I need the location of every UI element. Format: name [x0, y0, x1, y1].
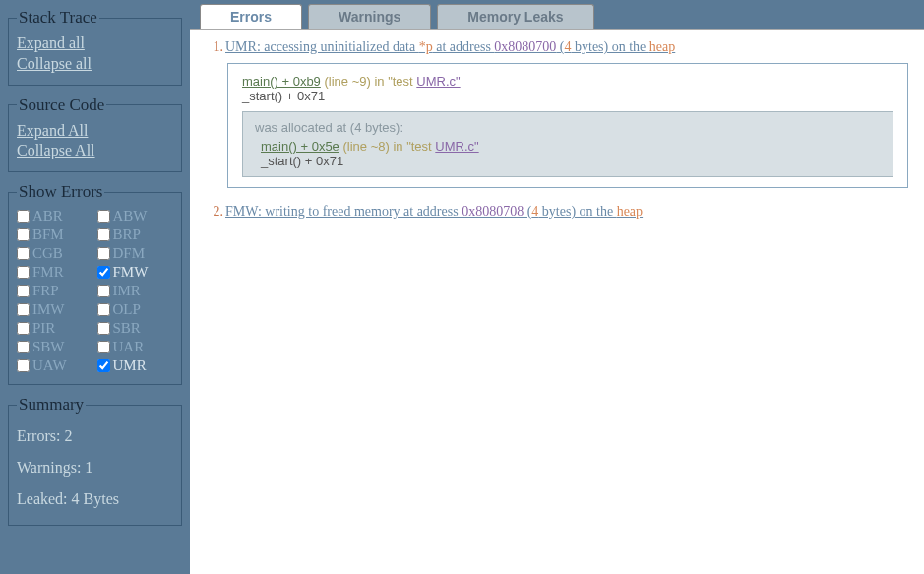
error-filter-sbw: SBW	[17, 339, 93, 355]
heap-label: heap	[617, 204, 643, 219]
error-filter-abw: ABW	[97, 208, 174, 224]
error-number: 2.	[206, 204, 223, 220]
error-filter-umr: UMR	[97, 357, 174, 374]
checkbox-brp[interactable]	[97, 228, 110, 241]
error-filter-fmw: FMW	[97, 264, 174, 281]
source-code-legend: Source Code	[17, 96, 106, 115]
error-entry-2: 2.FMW: writing to freed memory at addres…	[206, 204, 908, 220]
label-frp[interactable]: FRP	[32, 283, 59, 299]
label-abw[interactable]: ABW	[113, 208, 148, 224]
error-filter-imw: IMW	[17, 301, 93, 318]
summary-errors: Errors: 2	[17, 420, 173, 452]
allocation-heading: was allocated at (4 bytes):	[255, 120, 881, 135]
checkbox-fmw[interactable]	[97, 266, 110, 279]
source-file-link[interactable]: UMR.c"	[435, 139, 478, 154]
error-filter-cgb: CGB	[17, 245, 93, 262]
label-cgb[interactable]: CGB	[32, 245, 63, 262]
stack-trace-legend: Stack Trace	[17, 8, 99, 28]
checkbox-fmr[interactable]	[17, 266, 30, 279]
label-uar[interactable]: UAR	[113, 339, 145, 355]
allocation-box: was allocated at (4 bytes):main() + 0x5e…	[242, 111, 893, 177]
main: Errors Warnings Memory Leaks 1.UMR: acce…	[190, 0, 924, 574]
source-code-panel: Source Code Expand All Collapse All	[8, 96, 182, 173]
checkbox-imw[interactable]	[17, 303, 30, 316]
show-errors-legend: Show Errors	[17, 182, 104, 202]
error-filter-frp: FRP	[17, 283, 93, 299]
checkbox-sbw[interactable]	[17, 341, 30, 353]
error-filter-dfm: DFM	[97, 245, 174, 262]
stack-frame: _start() + 0x71	[261, 154, 881, 168]
collapse-all-source[interactable]: Collapse All	[17, 141, 173, 161]
error-filter-brp: BRP	[97, 226, 174, 243]
stack-trace-box: main() + 0xb9 (line ~9) in "test UMR.c"_…	[227, 63, 908, 188]
expand-all-source[interactable]: Expand All	[17, 121, 173, 142]
checkbox-umr[interactable]	[97, 359, 110, 372]
collapse-all-stack[interactable]: Collapse all	[17, 54, 173, 75]
checkbox-sbr[interactable]	[97, 322, 110, 335]
error-filter-imr: IMR	[97, 283, 174, 299]
checkbox-cgb[interactable]	[17, 247, 30, 260]
ptr: *p	[419, 39, 433, 54]
checkbox-abr[interactable]	[17, 210, 30, 223]
error-heading-2[interactable]: FMW: writing to freed memory at address …	[225, 204, 643, 219]
label-pir[interactable]: PIR	[32, 320, 55, 337]
label-abr[interactable]: ABR	[32, 208, 63, 224]
byte-count: 4	[565, 39, 572, 54]
summary-warnings: Warnings: 1	[17, 452, 173, 483]
byte-count: 4	[531, 204, 538, 219]
label-imw[interactable]: IMW	[32, 301, 65, 318]
label-imr[interactable]: IMR	[113, 283, 141, 299]
address: 0x8080700	[494, 39, 556, 54]
checkbox-dfm[interactable]	[97, 247, 110, 260]
error-entry-1: 1.UMR: accessing uninitialized data *p a…	[206, 39, 908, 188]
summary-leaked: Leaked: 4 Bytes	[17, 483, 173, 515]
label-bfm[interactable]: BFM	[32, 226, 64, 243]
label-brp[interactable]: BRP	[113, 226, 141, 243]
summary-panel: Summary Errors: 2 Warnings: 1 Leaked: 4 …	[8, 395, 182, 526]
tab-errors[interactable]: Errors	[200, 4, 302, 29]
checkbox-abw[interactable]	[97, 210, 110, 223]
error-filter-fmr: FMR	[17, 264, 93, 281]
error-filter-pir: PIR	[17, 320, 93, 337]
checkbox-uar[interactable]	[97, 341, 110, 353]
error-filter-uar: UAR	[97, 339, 174, 355]
checkbox-olp[interactable]	[97, 303, 110, 316]
error-filter-uaw: UAW	[17, 357, 93, 374]
frame-meta: (line ~8) in "test	[339, 139, 435, 154]
address: 0x8080708	[462, 204, 524, 219]
error-filter-sbr: SBR	[97, 320, 174, 337]
stack-trace-panel: Stack Trace Expand all Collapse all	[8, 8, 182, 86]
label-olp[interactable]: OLP	[113, 301, 141, 318]
label-umr[interactable]: UMR	[113, 357, 147, 374]
heap-label: heap	[649, 39, 675, 54]
checkbox-pir[interactable]	[17, 322, 30, 335]
label-fmr[interactable]: FMR	[32, 264, 64, 281]
error-filter-olp: OLP	[97, 301, 174, 318]
checkbox-uaw[interactable]	[17, 359, 30, 372]
label-fmw[interactable]: FMW	[113, 264, 149, 281]
sidebar: Stack Trace Expand all Collapse all Sour…	[0, 0, 190, 574]
label-sbr[interactable]: SBR	[113, 320, 141, 337]
checkbox-frp[interactable]	[17, 285, 30, 297]
summary-legend: Summary	[17, 395, 86, 415]
frame-meta: (line ~9) in "test	[321, 74, 416, 89]
error-number: 1.	[206, 39, 223, 55]
content: 1.UMR: accessing uninitialized data *p a…	[190, 30, 924, 245]
stack-frame-link[interactable]: main() + 0xb9	[242, 74, 321, 89]
checkbox-imr[interactable]	[97, 285, 110, 297]
error-filter-abr: ABR	[17, 208, 93, 224]
error-heading-1[interactable]: UMR: accessing uninitialized data *p at …	[225, 39, 675, 54]
stack-frame: _start() + 0x71	[242, 89, 893, 103]
tabs: Errors Warnings Memory Leaks	[190, 0, 924, 30]
show-errors-panel: Show Errors ABRABWBFMBRPCGBDFMFMRFMWFRPI…	[8, 182, 182, 385]
stack-frame-link[interactable]: main() + 0x5e	[261, 139, 339, 154]
label-uaw[interactable]: UAW	[32, 357, 67, 374]
label-sbw[interactable]: SBW	[32, 339, 65, 355]
tab-leaks[interactable]: Memory Leaks	[437, 4, 593, 29]
tab-warnings[interactable]: Warnings	[308, 4, 431, 29]
error-filter-bfm: BFM	[17, 226, 93, 243]
label-dfm[interactable]: DFM	[113, 245, 146, 262]
checkbox-bfm[interactable]	[17, 228, 30, 241]
source-file-link[interactable]: UMR.c"	[416, 74, 460, 89]
expand-all-stack[interactable]: Expand all	[17, 33, 173, 54]
